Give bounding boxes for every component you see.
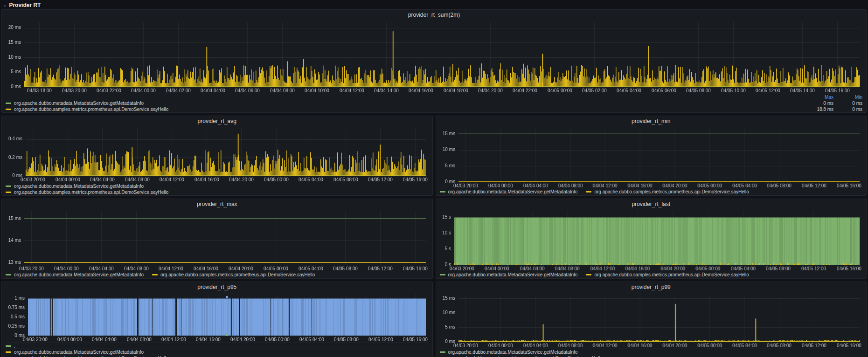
series-color-dash [152, 274, 158, 275]
legend-rt_last: org.apache.dubbo.metadata.MetadataServic… [440, 272, 863, 278]
series-color-dash [586, 191, 591, 192]
legend-label: org.apache.dubbo.metadata.MetadataServic… [448, 272, 578, 277]
series-color-dash [6, 274, 11, 275]
panel-title-rt_max[interactable]: provider_rt_max [6, 200, 429, 209]
legend-item-rt_max-1[interactable]: org.apache.dubbo.samples.metrics.prometh… [152, 272, 315, 278]
legend-item-rt_p95-1[interactable]: org.apache.dubbo.metadata.MetadataServic… [6, 349, 429, 355]
series-color-dash [6, 109, 11, 110]
row-title: Provider RT [9, 2, 41, 8]
legend-rt_avg: org.apache.dubbo.metadata.MetadataServic… [6, 183, 429, 195]
panel-rt_p99: provider_rt_p99org.apache.dubbo.metadata… [436, 281, 867, 357]
series-color-dash [440, 274, 445, 275]
chart-canvas-rt_last[interactable] [440, 209, 863, 272]
chart-canvas-rt_p99[interactable] [440, 292, 863, 349]
legend-rt_p95: .org.apache.dubbo.metadata.MetadataServi… [6, 343, 429, 357]
legend-value-min: 0 ms [833, 107, 862, 112]
legend-label: org.apache.dubbo.samples.metrics.prometh… [14, 190, 168, 195]
legend-item-rt_min-1[interactable]: org.apache.dubbo.samples.metrics.prometh… [586, 189, 749, 195]
legend-rt_sum: MaxMinorg.apache.dubbo.metadata.Metadata… [6, 94, 862, 112]
panel-rt_p95: provider_rt_p95.org.apache.dubbo.metadat… [1, 281, 433, 357]
panel-rt_max: provider_rt_maxorg.apache.dubbo.metadata… [1, 199, 433, 279]
chart-canvas-rt_sum[interactable] [6, 20, 862, 94]
legend-label: org.apache.dubbo.samples.metrics.prometh… [160, 272, 315, 277]
row-header-provider-rt[interactable]: ⌄ Provider RT [0, 0, 868, 8]
chart-canvas-rt_p95[interactable] [6, 292, 429, 343]
series-color-dash [6, 192, 11, 193]
legend-item-rt_last-0[interactable]: org.apache.dubbo.metadata.MetadataServic… [440, 272, 578, 278]
chevron-down-icon: ⌄ [3, 3, 7, 7]
series-color-dash [6, 103, 11, 104]
legend-item-rt_sum-1[interactable]: org.apache.dubbo.samples.metrics.prometh… [6, 106, 862, 112]
panel-title-rt_p95[interactable]: provider_rt_p95 [6, 283, 429, 292]
chart-canvas-rt_min[interactable] [440, 126, 863, 189]
legend-label: org.apache.dubbo.samples.metrics.prometh… [594, 272, 749, 277]
legend-label: org.apache.dubbo.samples.metrics.prometh… [594, 189, 749, 194]
chart-canvas-rt_max[interactable] [6, 209, 429, 272]
legend-rt_min: org.apache.dubbo.metadata.MetadataServic… [440, 189, 863, 195]
legend-rt_max: org.apache.dubbo.metadata.MetadataServic… [6, 272, 429, 278]
legend-column-header-min[interactable]: Min [833, 95, 862, 100]
panel-rt_min: provider_rt_minorg.apache.dubbo.metadata… [436, 116, 867, 196]
series-color-dash [440, 191, 445, 192]
panel-rt_avg: provider_rt_avgorg.apache.dubbo.metadata… [1, 116, 433, 196]
legend-rt_p99: org.apache.dubbo.metadata.MetadataServic… [440, 349, 863, 357]
legend-header-row: MaxMin [6, 94, 862, 100]
series-color-dash [440, 351, 445, 353]
panel-title-rt_avg[interactable]: provider_rt_avg [6, 117, 429, 126]
legend-label: org.apache.dubbo.metadata.MetadataServic… [448, 189, 578, 194]
series-color-dash [6, 345, 11, 347]
chart-canvas-rt_avg[interactable] [6, 126, 429, 183]
legend-value-max: 18.8 ms [805, 107, 833, 112]
panel-title-rt_last[interactable]: provider_rt_last [440, 200, 863, 209]
legend-label: org.apache.dubbo.metadata.MetadataServic… [448, 350, 578, 355]
legend-label: org.apache.dubbo.samples.metrics.prometh… [14, 356, 168, 357]
legend-label: org.apache.dubbo.metadata.MetadataServic… [14, 350, 144, 355]
series-color-dash [586, 274, 591, 275]
panel-title-rt_min[interactable]: provider_rt_min [440, 117, 863, 126]
legend-label: org.apache.dubbo.samples.metrics.prometh… [14, 107, 168, 112]
legend-label: org.apache.dubbo.samples.metrics.prometh… [448, 356, 603, 357]
legend-label: . [14, 343, 15, 349]
panel-title-rt_p99[interactable]: provider_rt_p99 [440, 283, 863, 292]
legend-value-min: 0 ms [833, 101, 862, 106]
series-color-dash [6, 185, 11, 187]
legend-item-rt_p99-0[interactable]: org.apache.dubbo.metadata.MetadataServic… [440, 349, 863, 355]
legend-item-rt_p95-0[interactable]: . [6, 343, 429, 349]
panel-title-rt_sum[interactable]: provider_rt_sum(2m) [6, 11, 862, 20]
panel-rt_last: provider_rt_lastorg.apache.dubbo.metadat… [436, 199, 867, 279]
legend-label: org.apache.dubbo.metadata.MetadataServic… [14, 272, 144, 277]
dashboard-grid: provider_rt_sum(2m)MaxMinorg.apache.dubb… [0, 8, 868, 357]
legend-item-rt_avg-1[interactable]: org.apache.dubbo.samples.metrics.prometh… [6, 189, 429, 195]
legend-label: org.apache.dubbo.metadata.MetadataServic… [14, 101, 144, 106]
panel-rt_sum: provider_rt_sum(2m)MaxMinorg.apache.dubb… [1, 9, 867, 113]
series-color-dash [6, 351, 11, 353]
legend-item-rt_p99-1[interactable]: org.apache.dubbo.samples.metrics.prometh… [440, 355, 863, 357]
legend-item-rt_sum-0[interactable]: org.apache.dubbo.metadata.MetadataServic… [6, 100, 862, 106]
legend-column-header-max[interactable]: Max [805, 95, 833, 100]
legend-item-rt_avg-0[interactable]: org.apache.dubbo.metadata.MetadataServic… [6, 183, 429, 189]
legend-item-rt_min-0[interactable]: org.apache.dubbo.metadata.MetadataServic… [440, 189, 578, 195]
legend-label: org.apache.dubbo.metadata.MetadataServic… [14, 184, 144, 189]
legend-value-max: 0 ms [805, 101, 833, 106]
legend-item-rt_last-1[interactable]: org.apache.dubbo.samples.metrics.prometh… [586, 272, 749, 278]
legend-item-rt_p95-2[interactable]: org.apache.dubbo.samples.metrics.prometh… [6, 355, 429, 357]
legend-item-rt_max-0[interactable]: org.apache.dubbo.metadata.MetadataServic… [6, 272, 144, 278]
